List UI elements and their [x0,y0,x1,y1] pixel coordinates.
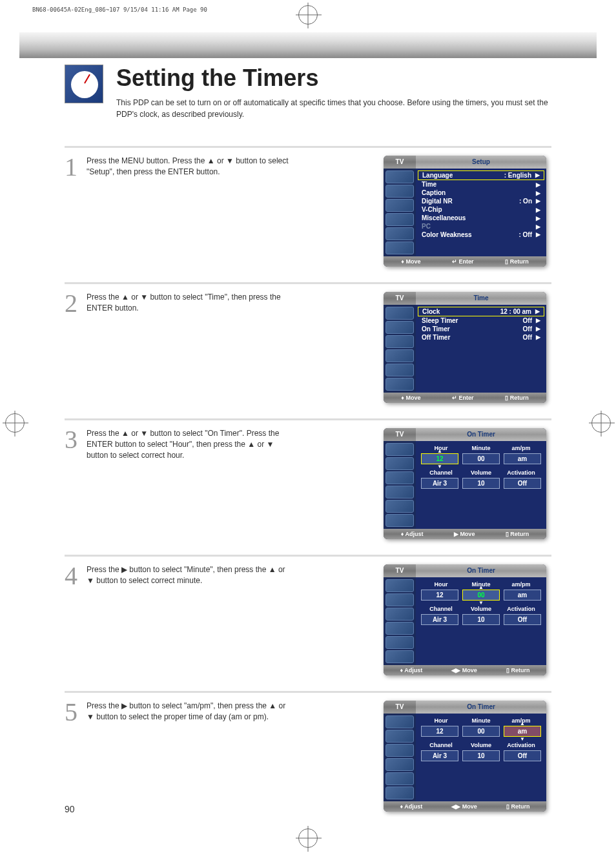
timer-value-box[interactable]: 12 [421,453,458,464]
caret-up-icon: ▲ [437,448,442,454]
menu-value: 12 : 00 am [500,308,531,315]
timer-value-box[interactable]: Off [504,478,541,489]
menu-row[interactable]: Off TimerOff▶ [418,333,544,342]
menu-label: Time [422,181,436,188]
category-icon [385,335,414,348]
osd-sidebar [384,441,416,529]
timer-value-box[interactable]: Air 3 [421,478,458,489]
menu-row[interactable]: Caption▶ [418,189,544,197]
osd-main: Language: English▶Time▶Caption▶Digital N… [416,169,546,256]
osd-footer: ♦ Adjust ◀▶ Move ▯ Return [384,801,546,812]
menu-row[interactable]: Time▶ [418,180,544,189]
category-icon [385,170,414,183]
menu-row[interactable]: Language: English▶ [418,170,544,180]
timer-value-box[interactable]: 00 [462,726,500,737]
timer-value-box[interactable]: am [504,453,541,464]
osd-footer: ♦ Adjust ▶ Move ▯ Return [384,529,546,539]
timer-label: Activation [501,606,541,612]
osd-sidebar [384,305,416,393]
category-icon [385,364,414,376]
timer-label: am/pm [501,581,541,588]
menu-row[interactable]: V-Chip▶ [418,205,544,214]
chevron-right-icon: ▶ [536,190,540,196]
title-section: Setting the Timers This PDP can be set t… [65,65,551,120]
timer-value-box[interactable]: Air 3 [421,614,458,625]
osd-panel: TVOn Timer HourMinuteam/pm 1200▲▼am Chan… [384,564,546,675]
osd-title: On Timer [416,428,546,441]
menu-label: Off Timer [422,334,450,341]
category-icon [385,242,414,254]
timer-label: Volume [461,606,501,612]
osd-tab: TV [384,156,416,169]
step-screenshot: TVTime Clock12 : 00 am▶Sleep TimerOff▶On… [384,292,551,403]
timer-value-box[interactable]: am [504,726,541,737]
timer-label: am/pm [501,445,541,451]
menu-row[interactable]: Clock12 : 00 am▶ [418,307,544,316]
chevron-right-icon: ▶ [536,325,540,333]
osd-panel: TVTime Clock12 : 00 am▶Sleep TimerOff▶On… [384,292,546,403]
menu-label: PC [422,223,431,230]
menu-row[interactable]: Digital NR: On▶ [418,197,544,205]
osd-sidebar [384,714,416,801]
step-number: 5 [65,701,83,812]
timer-value-box[interactable]: Off [504,750,541,761]
menu-label: Clock [422,308,440,315]
menu-row[interactable]: On TimerOff▶ [418,325,544,333]
category-icon [385,786,414,799]
footer-adjust: ♦ Adjust [400,667,423,673]
menu-row[interactable]: PC▶ [418,222,544,231]
chevron-right-icon: ▶ [535,308,540,315]
osd-footer: ♦ Move ↵ Enter ▯ Return [384,393,546,403]
step-row: 2 Press the ▲ or ▼ button to select "Tim… [65,282,551,403]
timer-label: Activation [501,469,541,476]
menu-label: V-Chip [422,206,442,213]
chevron-right-icon: ▶ [536,334,540,341]
osd-title: Time [416,292,546,305]
menu-row[interactable]: Color Weakness: Off▶ [418,231,544,239]
footer-return: ▯ Return [505,258,529,265]
timer-value-box[interactable]: 00 [462,590,500,601]
timer-value-box[interactable]: Off [504,614,541,625]
category-icon [385,185,414,198]
registration-mark [5,413,25,433]
category-icon [385,715,414,728]
timer-value-box[interactable]: 12 [421,590,458,601]
timer-value-box[interactable]: 10 [462,478,500,489]
registration-mark [298,828,318,848]
menu-label: Digital NR [422,198,453,205]
category-icon [385,213,414,226]
footer-enter: ↵ Enter [452,395,474,401]
timer-label: Hour [421,717,461,724]
category-icon [385,486,414,498]
caret-up-icon: ▲ [478,584,484,590]
timer-value-box[interactable]: 10 [462,614,500,625]
osd-sidebar [384,169,416,256]
category-icon [385,321,414,334]
timer-value-box[interactable]: 00 [462,453,500,464]
category-icon [385,730,414,743]
step-row: 5 Press the ▶ button to select "am/pm", … [65,691,551,812]
osd-sidebar [384,577,416,665]
timer-value-box[interactable]: 12 [421,726,458,737]
category-icon [385,593,414,606]
category-icon [385,500,414,513]
chevron-right-icon: ▶ [536,198,540,205]
timer-value-box[interactable]: Air 3 [421,750,458,761]
timer-value-box[interactable]: 10 [462,750,500,761]
category-icon [385,227,414,240]
menu-row[interactable]: Miscellaneous▶ [418,214,544,222]
menu-value: : On [519,198,532,205]
timer-value-box[interactable]: am [504,590,541,601]
chevron-right-icon: ▶ [536,207,540,213]
chevron-right-icon: ▶ [536,317,540,324]
timer-label: Volume [461,469,501,476]
category-icon [385,514,414,527]
menu-row[interactable]: Sleep TimerOff▶ [418,316,544,325]
osd-footer: ♦ Adjust ◀▶ Move ▯ Return [384,665,546,675]
menu-label: Caption [422,189,446,196]
footer-move: ◀▶ Move [451,667,477,673]
step-screenshot: TVSetup Language: English▶Time▶Caption▶D… [384,156,551,267]
timer-label: Channel [421,469,461,476]
osd-panel: TVOn Timer HourMinuteam/pm 12▲▼00am Chan… [384,428,546,539]
step-row: 4 Press the ▶ button to select "Minute",… [65,555,551,675]
